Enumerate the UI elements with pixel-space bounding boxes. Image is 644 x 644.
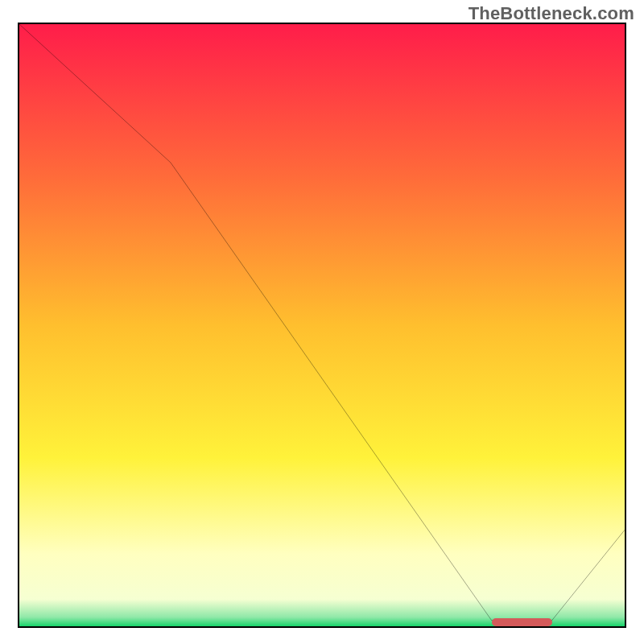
plot-area [18, 23, 626, 628]
optimal-range-marker [492, 618, 552, 626]
watermark-text: TheBottleneck.com [469, 3, 634, 24]
chart-figure: TheBottleneck.com [0, 0, 644, 644]
bottleneck-curve [19, 24, 625, 626]
